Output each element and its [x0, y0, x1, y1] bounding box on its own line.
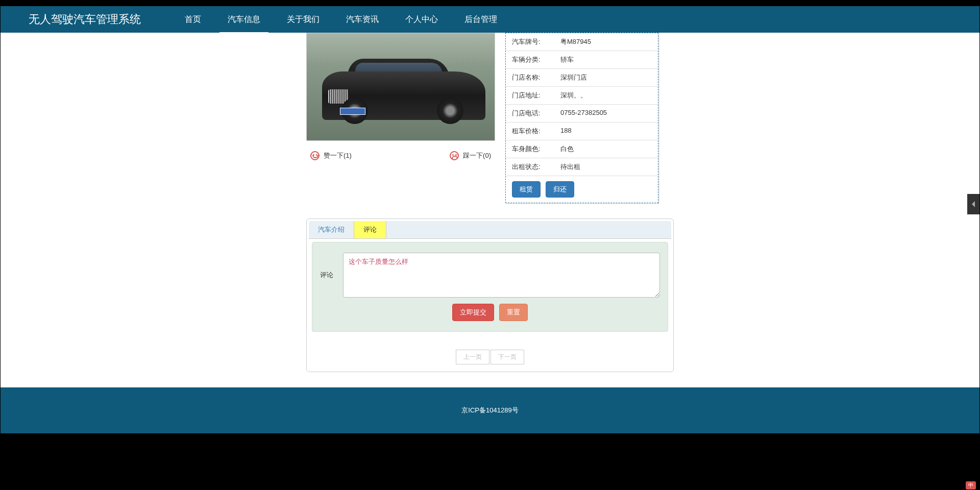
side-collapse-button[interactable]: [967, 194, 979, 214]
comment-textarea[interactable]: [343, 253, 660, 298]
info-row-store: 门店名称: 深圳门店: [506, 69, 658, 87]
footer: 京ICP备1041289号: [1, 387, 979, 433]
nav-home[interactable]: 首页: [172, 6, 214, 33]
nav-news[interactable]: 汽车资讯: [333, 6, 392, 33]
tab-intro[interactable]: 汽车介绍: [309, 221, 354, 238]
prev-page-button[interactable]: 上一页: [456, 350, 489, 364]
dislike-label: 踩一下(0): [463, 151, 491, 160]
car-info-table: 汽车牌号: 粤M87945 车辆分类: 轿车 门店名称: 深圳门店 门店地址: …: [505, 33, 658, 203]
info-row-address: 门店地址: 深圳。。: [506, 87, 658, 105]
info-row-plate: 汽车牌号: 粤M87945: [506, 33, 658, 51]
next-page-button[interactable]: 下一页: [491, 350, 524, 364]
nav-car-info[interactable]: 汽车信息: [214, 6, 274, 33]
nav-about[interactable]: 关于我们: [274, 6, 333, 33]
like-button[interactable]: 赞一下(1): [310, 151, 352, 160]
header: 无人驾驶汽车管理系统 首页 汽车信息 关于我们 汽车资讯 个人中心 后台管理: [1, 6, 979, 33]
nav-personal[interactable]: 个人中心: [392, 6, 451, 33]
submit-button[interactable]: 立即提交: [452, 304, 494, 321]
info-row-color: 车身颜色: 白色: [506, 140, 658, 158]
rent-button[interactable]: 租赁: [512, 181, 541, 198]
comment-label: 评论: [320, 253, 343, 280]
main-nav: 首页 汽车信息 关于我们 汽车资讯 个人中心 后台管理: [172, 6, 510, 33]
info-row-status: 出租状态: 待出租: [506, 158, 658, 176]
nav-admin[interactable]: 后台管理: [451, 6, 510, 33]
info-row-category: 车辆分类: 轿车: [506, 51, 658, 69]
icp-text: 京ICP备1041289号: [461, 406, 518, 415]
dislike-button[interactable]: 踩一下(0): [450, 151, 491, 160]
tab-comment[interactable]: 评论: [354, 221, 386, 238]
return-button[interactable]: 归还: [546, 181, 574, 198]
site-title: 无人驾驶汽车管理系统: [29, 12, 141, 27]
like-label: 赞一下(1): [324, 151, 352, 160]
reset-button[interactable]: 重置: [499, 304, 528, 321]
sad-icon: [450, 151, 459, 160]
car-image: [306, 33, 495, 141]
info-row-phone: 门店电话: 0755-27382505: [506, 105, 658, 122]
smile-icon: [310, 151, 320, 160]
tab-container: 汽车介绍 评论 评论 立即提交 重置 上一页 下一页: [306, 218, 674, 372]
info-row-price: 租车价格: 188: [506, 122, 658, 140]
